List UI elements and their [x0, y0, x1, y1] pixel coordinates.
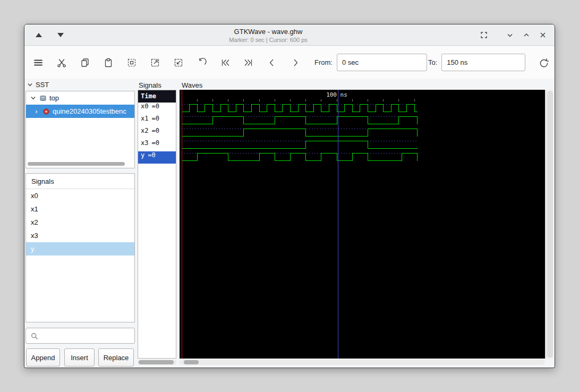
signals-pane-label: Signals	[139, 81, 161, 89]
expander-right-icon[interactable]: ›	[33, 107, 40, 115]
sst-tree-panel: top › quine20240305testbenc	[25, 91, 135, 168]
signal-value: =0	[151, 127, 159, 139]
reload-button[interactable]	[538, 57, 549, 68]
menu-icon	[33, 57, 44, 68]
window-title: GTKWave - wave.ghw	[88, 28, 448, 36]
skip-to-end-button[interactable]	[243, 57, 254, 68]
zoom-out-icon	[173, 57, 184, 68]
toolbar: From: To:	[24, 46, 555, 79]
signal-list-item[interactable]: x3	[26, 229, 134, 242]
undo-icon	[197, 57, 207, 68]
menu-button[interactable]	[33, 57, 44, 68]
sst-label: SST	[36, 81, 49, 89]
signal-value: =0	[151, 115, 159, 127]
waves-vscrollbar-thumb[interactable]	[547, 91, 553, 357]
names-hscrollbar-thumb[interactable]	[139, 360, 174, 364]
next-edge-button[interactable]	[290, 57, 301, 68]
to-input[interactable]	[441, 54, 525, 71]
signal-name: x0	[141, 103, 148, 115]
signal-name: x3	[141, 139, 148, 151]
prev-edge-icon	[267, 57, 277, 68]
wave-signal-row[interactable]: x3=0	[138, 139, 176, 151]
signal-search-box	[25, 328, 135, 344]
signal-value: =0	[151, 103, 159, 115]
waves-pane-label: Waves	[182, 81, 202, 89]
cut-icon	[56, 57, 67, 68]
testbench-icon	[42, 108, 50, 115]
sst-header[interactable]: SST	[27, 81, 49, 89]
tree-item-label: quine20240305testbenc	[53, 107, 126, 115]
tree-item-testbench[interactable]: › quine20240305testbenc	[26, 105, 134, 118]
signal-list-item-selected[interactable]: y	[26, 242, 134, 255]
expander-down-icon	[27, 82, 33, 88]
zoom-out-button[interactable]	[173, 57, 184, 68]
expander-down-icon[interactable]	[30, 95, 37, 101]
waves-hscrollbar-thumb[interactable]	[184, 360, 199, 364]
shade-down-icon	[57, 33, 64, 37]
undo-button[interactable]	[197, 57, 207, 68]
tree-item-top[interactable]: top	[26, 91, 134, 105]
restore-icon	[480, 31, 488, 39]
signals-list-panel: Signals x0 x1 x2 x3 y	[25, 173, 135, 322]
shade-down-button[interactable]	[56, 31, 65, 40]
paste-button[interactable]	[103, 57, 114, 68]
skip-to-end-icon	[243, 57, 254, 68]
signals-list-header: Signals	[26, 174, 134, 189]
copy-button[interactable]	[80, 57, 90, 68]
signal-list-item[interactable]: x2	[26, 216, 134, 229]
close-button[interactable]	[538, 31, 547, 40]
insert-button[interactable]: Insert	[64, 348, 95, 367]
shade-up-button[interactable]	[34, 31, 43, 40]
zoom-in-button[interactable]	[150, 57, 160, 68]
waveform-canvas[interactable]: 100 ns	[180, 90, 545, 359]
zoom-fit-icon	[126, 57, 137, 68]
wave-signal-names-panel: Time x0=0 x1=0 x2=0 x3=0 y=0	[138, 90, 176, 359]
signal-list-item[interactable]: x0	[26, 189, 134, 202]
chevron-down-icon	[506, 31, 514, 39]
search-input[interactable]	[26, 328, 134, 343]
waves-hscrollbar[interactable]	[180, 360, 545, 365]
time-header: Time	[138, 90, 176, 103]
paste-icon	[103, 57, 114, 68]
cut-button[interactable]	[56, 57, 67, 68]
prev-edge-button[interactable]	[267, 57, 277, 68]
window-subtitle: Marker: 0 sec | Cursor: 600 ps	[88, 37, 448, 43]
signal-name: x1	[141, 115, 148, 127]
signal-value: =0	[151, 139, 159, 151]
signal-name: y	[141, 151, 144, 164]
minimize-button[interactable]	[505, 31, 514, 40]
signal-value: =0	[148, 151, 155, 164]
tree-hscrollbar-thumb[interactable]	[28, 162, 125, 166]
wave-signal-row[interactable]: x0=0	[138, 103, 176, 115]
maximize-button[interactable]	[522, 31, 531, 40]
module-icon	[39, 95, 47, 102]
main-content: SST top › quine20240305testbenc	[24, 79, 555, 368]
from-label: From:	[314, 58, 333, 66]
wave-signal-row[interactable]: x2=0	[138, 127, 176, 139]
shade-up-icon	[36, 33, 42, 37]
zoom-fit-button[interactable]	[126, 57, 137, 68]
signal-list-item[interactable]: x1	[26, 202, 134, 216]
waves-vscrollbar[interactable]	[546, 90, 554, 359]
skip-to-start-icon	[220, 57, 231, 68]
signal-name: x2	[141, 127, 148, 139]
chevron-up-icon	[522, 31, 531, 39]
append-button[interactable]: Append	[26, 348, 60, 367]
wave-signal-row[interactable]: x1=0	[138, 115, 176, 127]
restore-button[interactable]	[479, 31, 488, 40]
to-label: To:	[428, 58, 437, 66]
svg-text:100 ns: 100 ns	[326, 91, 347, 98]
gtkwave-window: GTKWave - wave.ghw Marker: 0 sec | Curso…	[24, 24, 555, 368]
titlebar: GTKWave - wave.ghw Marker: 0 sec | Curso…	[24, 24, 555, 46]
zoom-in-icon	[150, 57, 160, 68]
tree-item-label: top	[49, 94, 59, 102]
close-icon	[539, 31, 547, 39]
wave-signal-row-selected[interactable]: y=0	[138, 151, 176, 164]
skip-to-start-button[interactable]	[220, 57, 231, 68]
from-input[interactable]	[337, 54, 427, 71]
next-edge-icon	[290, 57, 301, 68]
replace-button[interactable]: Replace	[98, 348, 134, 367]
reload-icon	[538, 57, 549, 69]
copy-icon	[80, 57, 90, 68]
waveform-plot: 100 ns	[180, 90, 545, 359]
